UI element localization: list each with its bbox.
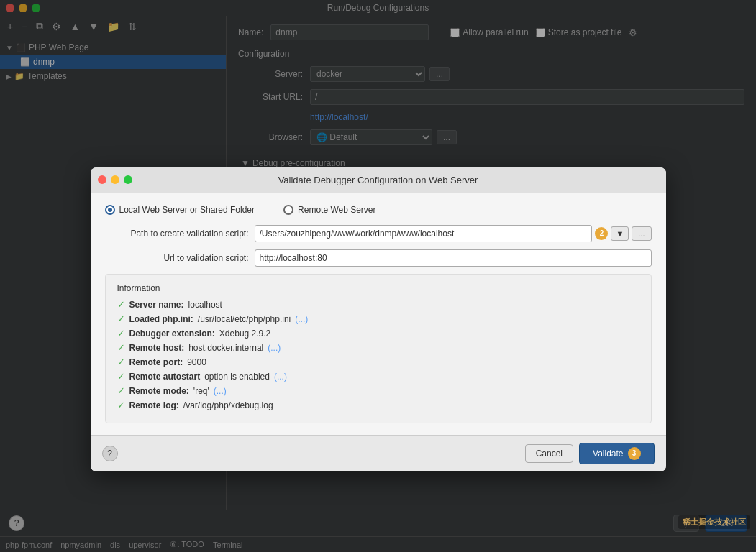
info-debugger-ext: ✓ Debugger extension: Xdebug 2.9.2 <box>117 328 639 339</box>
step2-badge: 2 <box>595 227 608 240</box>
validate-minimize-button[interactable] <box>111 175 119 184</box>
path-dropdown-button[interactable]: ▼ <box>611 226 629 241</box>
info-loaded-phpini: ✓ Loaded php.ini: /usr/local/etc/php/php… <box>117 313 639 324</box>
path-browse-button[interactable]: ... <box>632 226 651 241</box>
validate-title-bar: Validate Debugger Configuration on Web S… <box>91 167 666 193</box>
check-icon-log: ✓ <box>117 400 125 410</box>
check-icon-autostart: ✓ <box>117 371 125 382</box>
remote-log-key: Remote log: <box>129 400 179 410</box>
remote-autostart-val: option is enabled <box>204 372 270 382</box>
path-label: Path to create validation script: <box>105 229 249 239</box>
check-icon-server: ✓ <box>117 299 125 310</box>
remote-port-val: 9000 <box>187 357 206 367</box>
phpini-key: Loaded php.ini: <box>129 314 193 324</box>
server-name-val: localhost <box>188 300 222 310</box>
server-name-key: Server name: <box>129 300 184 310</box>
info-section-title: Information <box>117 283 639 293</box>
remote-log-val: /var/log/php/xdebug.log <box>183 400 273 410</box>
info-section: Information ✓ Server name: localhost ✓ L… <box>105 274 652 423</box>
validate-footer-right: Cancel Validate 3 <box>525 443 655 464</box>
validate-maximize-button[interactable] <box>124 175 132 184</box>
info-remote-mode: ✓ Remote mode: 'req' (...) <box>117 385 639 396</box>
check-icon-mode: ✓ <box>117 385 125 396</box>
validate-help-button[interactable]: ? <box>102 446 118 461</box>
remote-autostart-link[interactable]: (...) <box>274 372 287 382</box>
check-icon-port: ✓ <box>117 356 125 367</box>
validate-validate-button[interactable]: Validate 3 <box>579 443 654 464</box>
local-server-radio[interactable] <box>105 205 115 215</box>
validate-dialog-footer: ? Cancel Validate 3 <box>91 435 666 472</box>
url-row: Url to validation script: <box>105 249 652 267</box>
remote-host-key: Remote host: <box>129 343 185 353</box>
check-icon-debugger: ✓ <box>117 328 125 339</box>
info-remote-log: ✓ Remote log: /var/log/php/xdebug.log <box>117 400 639 410</box>
phpini-link[interactable]: (...) <box>295 314 308 324</box>
remote-mode-val: 'req' <box>193 386 209 396</box>
debugger-ext-key: Debugger extension: <box>129 328 215 339</box>
dialog-overlay: Validate Debugger Configuration on Web S… <box>0 0 756 552</box>
validate-btn-label: Validate <box>593 448 623 459</box>
check-icon-host: ✓ <box>117 342 125 353</box>
local-server-option[interactable]: Local Web Server or Shared Folder <box>105 205 255 215</box>
validate-dialog-body: Local Web Server or Shared Folder Remote… <box>91 193 666 435</box>
info-remote-autostart: ✓ Remote autostart option is enabled (..… <box>117 371 639 382</box>
validate-dialog: Validate Debugger Configuration on Web S… <box>91 167 666 472</box>
path-input[interactable] <box>255 225 593 242</box>
path-row: Path to create validation script: 2 ▼ ..… <box>105 225 652 242</box>
path-input-wrap: 2 ▼ ... <box>255 225 652 242</box>
remote-port-key: Remote port: <box>129 357 183 367</box>
radio-row: Local Web Server or Shared Folder Remote… <box>105 205 652 215</box>
debugger-ext-val: Xdebug 2.9.2 <box>219 328 270 339</box>
remote-host-link[interactable]: (...) <box>268 343 281 353</box>
remote-mode-key: Remote mode: <box>129 386 189 396</box>
remote-server-label: Remote Web Server <box>298 205 376 215</box>
url-label: Url to validation script: <box>105 253 249 263</box>
remote-mode-link[interactable]: (...) <box>214 386 227 396</box>
url-input[interactable] <box>255 249 652 267</box>
info-remote-host: ✓ Remote host: host.docker.internal (...… <box>117 342 639 353</box>
remote-host-val: host.docker.internal <box>188 343 263 353</box>
check-icon-phpini: ✓ <box>117 313 125 324</box>
phpini-val: /usr/local/etc/php/php.ini <box>198 314 291 324</box>
remote-server-radio[interactable] <box>283 205 293 215</box>
info-server-name: ✓ Server name: localhost <box>117 299 639 310</box>
validate-cancel-button[interactable]: Cancel <box>525 444 573 463</box>
info-remote-port: ✓ Remote port: 9000 <box>117 356 639 367</box>
validate-window-controls <box>98 175 132 184</box>
validate-close-button[interactable] <box>98 175 106 184</box>
remote-autostart-key: Remote autostart <box>129 372 201 382</box>
remote-server-option[interactable]: Remote Web Server <box>283 205 376 215</box>
local-server-label: Local Web Server or Shared Folder <box>119 205 255 215</box>
step3-badge: 3 <box>628 447 641 460</box>
validate-dialog-title: Validate Debugger Configuration on Web S… <box>278 175 478 185</box>
